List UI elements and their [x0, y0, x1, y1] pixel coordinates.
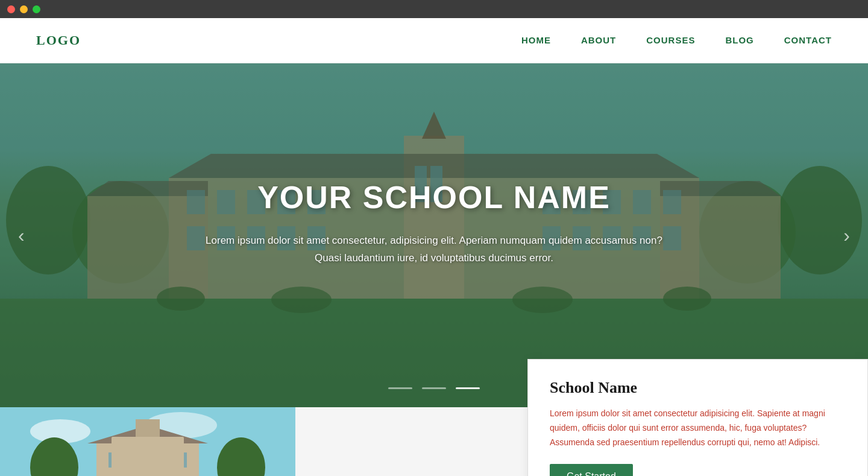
- minimize-button[interactable]: [20, 5, 28, 13]
- get-started-button[interactable]: Get Started: [550, 464, 633, 476]
- info-card-title: School Name: [550, 379, 846, 397]
- nav-link-blog[interactable]: BLOG: [725, 35, 753, 45]
- window-chrome: [0, 0, 868, 18]
- nav-links: HOME ABOUT COURSES BLOG CONTACT: [521, 35, 832, 46]
- slider-dot-3[interactable]: [456, 387, 480, 389]
- hero-section: YOUR SCHOOL NAME Lorem ipsum dolor sit a…: [0, 63, 868, 407]
- maximize-button[interactable]: [33, 5, 40, 13]
- svg-rect-50: [175, 452, 187, 468]
- hero-content: YOUR SCHOOL NAME Lorem ipsum dolor sit a…: [193, 179, 675, 267]
- info-card-text: Lorem ipsum dolor sit amet consectetur a…: [550, 407, 846, 449]
- nav-link-about[interactable]: ABOUT: [581, 35, 616, 45]
- nav-link-contact[interactable]: CONTACT: [784, 35, 832, 45]
- info-card: School Name Lorem ipsum dolor sit amet c…: [527, 359, 868, 476]
- slider-prev-button[interactable]: ‹: [12, 218, 31, 253]
- hero-desc-line2: Quasi laudantium iure, id voluptatibus d…: [315, 252, 553, 264]
- svg-rect-48: [130, 452, 142, 468]
- nav-link-home[interactable]: HOME: [521, 35, 551, 45]
- svg-rect-47: [108, 452, 121, 468]
- nav-item-blog[interactable]: BLOG: [725, 35, 753, 46]
- nav-link-courses[interactable]: COURSES: [646, 35, 695, 45]
- bottom-section: School Name Lorem ipsum dolor sit amet c…: [0, 407, 868, 476]
- hero-title: YOUR SCHOOL NAME: [193, 179, 675, 215]
- slider-next-button[interactable]: ›: [837, 218, 856, 253]
- nav-item-courses[interactable]: COURSES: [646, 35, 695, 46]
- slider-dots: [388, 387, 480, 389]
- nav-item-contact[interactable]: CONTACT: [784, 35, 832, 46]
- nav-item-home[interactable]: HOME: [521, 35, 551, 46]
- hero-desc-line1: Lorem ipsum dolor sit amet consectetur, …: [206, 235, 662, 246]
- svg-rect-46: [136, 419, 160, 452]
- thumbnail-image: [0, 407, 295, 476]
- close-button[interactable]: [7, 5, 15, 13]
- hero-description: Lorem ipsum dolor sit amet consectetur, …: [193, 232, 675, 267]
- nav-item-about[interactable]: ABOUT: [581, 35, 616, 46]
- navbar: LOGO HOME ABOUT COURSES BLOG CONTACT: [0, 18, 868, 63]
- slider-dot-2[interactable]: [422, 387, 446, 389]
- nav-logo[interactable]: LOGO: [36, 33, 81, 48]
- browser-content: LOGO HOME ABOUT COURSES BLOG CONTACT: [0, 18, 868, 476]
- slider-dot-1[interactable]: [388, 387, 412, 389]
- thumb-svg: [0, 407, 295, 476]
- svg-rect-44: [96, 443, 199, 476]
- thumbnail-area: [0, 407, 295, 476]
- svg-rect-49: [154, 452, 166, 468]
